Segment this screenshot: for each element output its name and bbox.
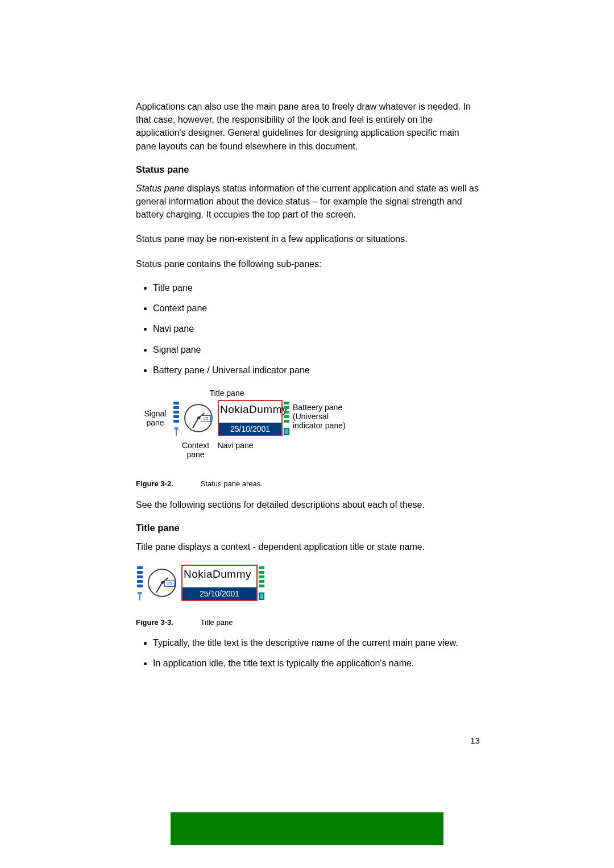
title-pane-area: NokiaDummy 25/10/2001	[218, 400, 283, 436]
list-item: In application idle, the title text is t…	[153, 657, 479, 670]
figure-number: Figure 3-2.	[136, 479, 173, 488]
figure-caption-text: Status pane areas.	[201, 479, 263, 488]
context-pane-icon: 25	[180, 400, 217, 436]
list-item: Signal pane	[153, 344, 479, 356]
after-fig32-para: See the following sections for detailed …	[136, 498, 479, 511]
battery-icon	[259, 592, 264, 600]
battery-pane-icon	[258, 565, 265, 601]
title-pane-area: NokiaDummy 25/10/2001	[181, 565, 258, 601]
status-pane-para-1: Status pane displays status information …	[136, 182, 479, 222]
intro-paragraph: Applications can also use the main pane …	[136, 100, 479, 153]
figure-3-2: Title pane Signal pane Batteery pane (Un…	[136, 389, 375, 462]
signal-pane-icon	[136, 565, 144, 601]
clock-date-badge: 25	[201, 415, 211, 422]
status-pane-para-3: Status pane contains the following sub-p…	[136, 257, 479, 270]
label-title-pane: Title pane	[204, 389, 250, 398]
status-pane-para-2: Status pane may be non-existent in a few…	[136, 232, 479, 245]
figure-caption-text: Title pane	[201, 618, 233, 627]
title-pane-para: Title pane displays a context - dependen…	[136, 540, 479, 553]
antenna-icon	[136, 592, 144, 601]
title-text: NokiaDummy	[184, 568, 255, 581]
figure-3-3-caption: Figure 3-3.Title pane	[136, 618, 479, 627]
center-area: 25 NokiaDummy 25/10/2001	[180, 400, 283, 436]
footer-bar	[171, 812, 443, 845]
status-pane-heading: Status pane	[136, 164, 479, 175]
label-navi-pane: Navi pane	[215, 441, 255, 450]
clock-icon: 25	[184, 404, 213, 432]
status-pane-bullets: Title pane Context pane Navi pane Signal…	[136, 282, 479, 377]
italic-lead: Status pane	[136, 183, 184, 193]
title-text: NokiaDummy	[220, 403, 280, 416]
antenna-icon	[172, 427, 180, 436]
label-battery-pane: Batteery pane (Universal indicator pane)	[293, 403, 372, 430]
clock-icon: 25	[148, 569, 176, 597]
clock-date-badge: 25	[164, 580, 175, 587]
navi-pane-text: 25/10/2001	[219, 423, 281, 435]
list-item: Title pane	[153, 282, 479, 294]
status-pane-diagram: 25 NokiaDummy 25/10/2001	[172, 400, 291, 436]
list-item: Battery pane / Universal indicator pane	[153, 364, 479, 377]
document-page: Applications can also use the main pane …	[0, 0, 614, 868]
title-pane-bullets: Typically, the title text is the descrip…	[136, 637, 479, 670]
context-pane-icon: 25	[144, 565, 180, 601]
battery-icon	[284, 428, 289, 435]
center-area: 25 NokiaDummy 25/10/2001	[144, 565, 258, 601]
label-signal-pane: Signal pane	[138, 409, 172, 427]
content-column: Applications can also use the main pane …	[136, 100, 479, 682]
figure-3-3: 25 NokiaDummy 25/10/2001	[136, 565, 265, 601]
list-item: Typically, the title text is the descrip…	[153, 637, 479, 649]
figure-3-2-caption: Figure 3-2.Status pane areas.	[136, 479, 479, 488]
battery-pane-icon	[283, 400, 291, 436]
para1-rest: displays status information of the curre…	[136, 183, 479, 219]
figure-number: Figure 3-3.	[136, 618, 173, 627]
navi-pane-text: 25/10/2001	[182, 587, 256, 600]
list-item: Context pane	[153, 302, 479, 315]
list-item: Navi pane	[153, 323, 479, 335]
signal-pane-icon	[172, 400, 180, 436]
page-number: 13	[470, 736, 480, 745]
label-context-pane: Context pane	[176, 441, 215, 459]
title-pane-heading: Title pane	[136, 523, 479, 533]
